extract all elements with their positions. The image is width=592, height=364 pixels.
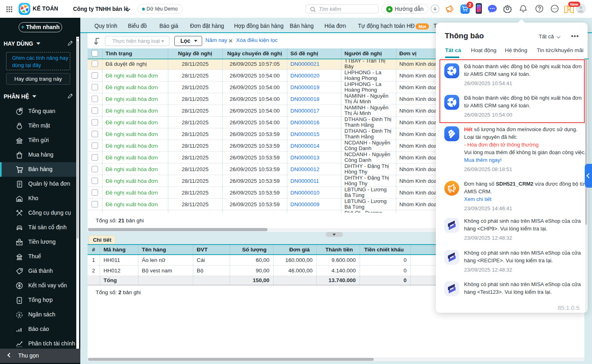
svg-text:$: $ (19, 299, 21, 303)
svg-text:$: $ (18, 313, 21, 317)
